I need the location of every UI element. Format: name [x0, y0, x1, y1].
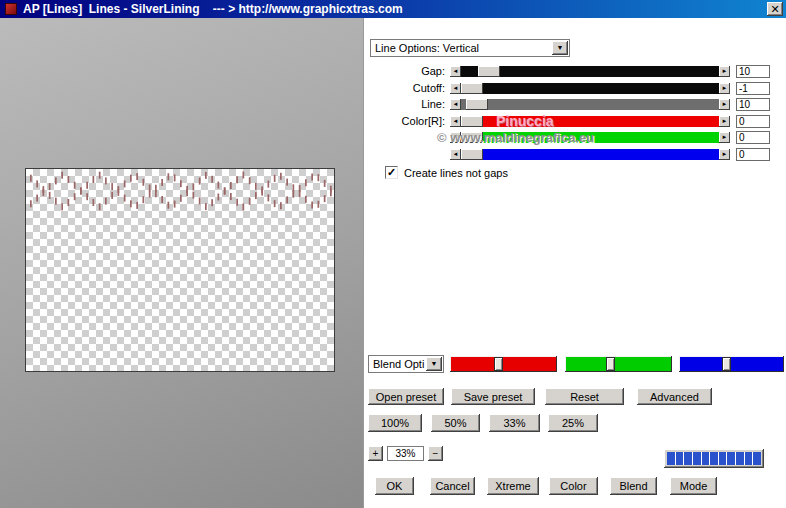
color-button[interactable]: Color: [549, 477, 598, 495]
color-r-slider[interactable]: ◄ ►: [450, 116, 730, 127]
blend-options-value: Blend Opti: [373, 357, 425, 371]
watermark-url: © www.maldinegrafica.eu: [437, 130, 594, 145]
watermark-text: Pinuccia: [496, 113, 554, 129]
check-icon: ✓: [387, 166, 396, 178]
chevron-down-icon[interactable]: ▼: [426, 357, 442, 371]
close-icon: ✕: [770, 3, 779, 15]
scroll-right-icon[interactable]: ►: [719, 149, 730, 160]
scroll-left-icon[interactable]: ◄: [450, 66, 461, 77]
progress-segments: [667, 452, 761, 465]
zoom-25-button[interactable]: 25%: [548, 414, 598, 432]
app-icon: [5, 3, 17, 15]
blend-button[interactable]: Blend: [610, 477, 657, 495]
line-label: Line:: [363, 98, 445, 111]
plugin-window: AP [Lines] Lines - SilverLining --- > ht…: [0, 0, 786, 508]
color-r-label: Color[R]:: [363, 115, 445, 128]
slider-thumb[interactable]: [478, 66, 500, 77]
slider-thumb[interactable]: [461, 149, 483, 160]
cutoff-slider[interactable]: ◄ ►: [450, 83, 730, 94]
open-preset-button[interactable]: Open preset: [368, 388, 444, 405]
color-g-value-field[interactable]: [736, 131, 770, 144]
zoom-in-button[interactable]: +: [368, 446, 383, 461]
slider-track[interactable]: [461, 99, 719, 110]
slider-thumb[interactable]: [461, 116, 483, 127]
blue-channel-slider[interactable]: [679, 356, 784, 372]
gap-label: Gap:: [363, 65, 445, 78]
slider-thumb[interactable]: [606, 357, 615, 371]
zoom-out-button[interactable]: −: [428, 446, 443, 461]
color-b-value-field[interactable]: [736, 148, 770, 161]
scroll-right-icon[interactable]: ►: [719, 99, 730, 110]
line-options-value: Line Options: Vertical: [375, 41, 551, 55]
slider-thumb[interactable]: [461, 83, 483, 94]
preview-pattern: [26, 169, 334, 233]
titlebar[interactable]: AP [Lines] Lines - SilverLining --- > ht…: [0, 0, 786, 18]
xtreme-button[interactable]: Xtreme: [487, 477, 539, 495]
slider-thumb[interactable]: [494, 357, 503, 371]
slider-track[interactable]: [461, 149, 719, 160]
scroll-left-icon[interactable]: ◄: [450, 116, 461, 127]
preview-canvas: [25, 168, 335, 372]
close-button[interactable]: ✕: [767, 2, 783, 16]
green-channel-slider[interactable]: [565, 356, 672, 372]
line-value-field[interactable]: [736, 98, 770, 111]
line-options-dropdown[interactable]: Line Options: Vertical ▼: [370, 39, 570, 57]
scroll-right-icon[interactable]: ►: [719, 83, 730, 94]
scroll-left-icon[interactable]: ◄: [450, 99, 461, 110]
zoom-33-button[interactable]: 33%: [489, 414, 540, 432]
cancel-button[interactable]: Cancel: [430, 477, 475, 495]
ok-button[interactable]: OK: [375, 477, 414, 495]
zoom-100-button[interactable]: 100%: [368, 414, 422, 432]
reset-button[interactable]: Reset: [545, 388, 624, 405]
create-lines-checkbox[interactable]: ✓: [385, 166, 398, 179]
chevron-down-icon[interactable]: ▼: [552, 41, 568, 55]
advanced-button[interactable]: Advanced: [637, 388, 712, 405]
scroll-right-icon[interactable]: ►: [719, 66, 730, 77]
window-title: AP [Lines] Lines - SilverLining --- > ht…: [23, 2, 403, 16]
create-lines-label: Create lines not gaps: [404, 167, 508, 179]
mode-button[interactable]: Mode: [670, 477, 717, 495]
scroll-left-icon[interactable]: ◄: [450, 149, 461, 160]
save-preset-button[interactable]: Save preset: [451, 388, 535, 405]
line-slider[interactable]: ◄ ►: [450, 99, 730, 110]
slider-track[interactable]: [461, 83, 719, 94]
slider-thumb[interactable]: [722, 357, 731, 371]
gap-slider[interactable]: ◄ ►: [450, 66, 730, 77]
scroll-right-icon[interactable]: ►: [719, 116, 730, 127]
color-r-value-field[interactable]: [736, 115, 770, 128]
scroll-left-icon[interactable]: ◄: [450, 83, 461, 94]
cutoff-value-field[interactable]: [736, 82, 770, 95]
color-b-slider[interactable]: ◄ ►: [450, 149, 730, 160]
red-channel-slider[interactable]: [450, 356, 557, 372]
cutoff-label: Cutoff:: [363, 82, 445, 95]
slider-thumb[interactable]: [466, 99, 488, 110]
zoom-50-button[interactable]: 50%: [431, 414, 480, 432]
progress-bar: [664, 449, 764, 468]
zoom-level-display: 33%: [387, 446, 424, 461]
gap-value-field[interactable]: [736, 65, 770, 78]
scroll-right-icon[interactable]: ►: [719, 132, 730, 143]
blend-options-dropdown[interactable]: Blend Opti ▼: [368, 355, 444, 373]
